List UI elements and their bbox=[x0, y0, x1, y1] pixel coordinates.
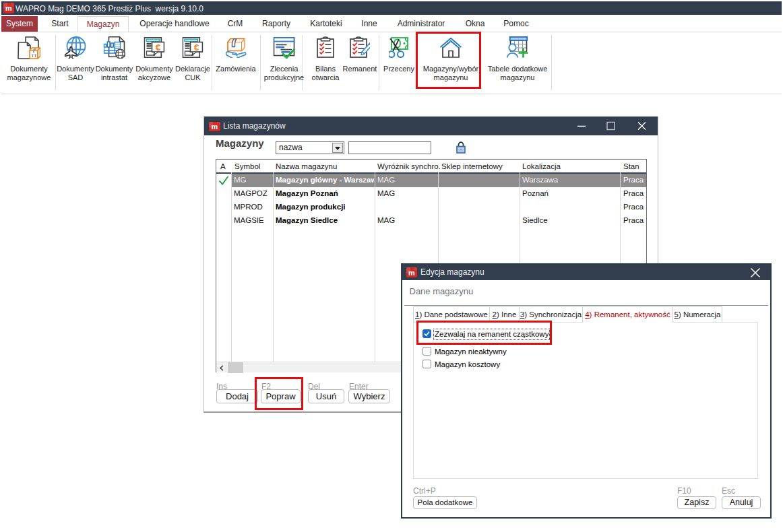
svg-text:€: € bbox=[194, 42, 199, 53]
svg-text:€: € bbox=[156, 42, 161, 53]
